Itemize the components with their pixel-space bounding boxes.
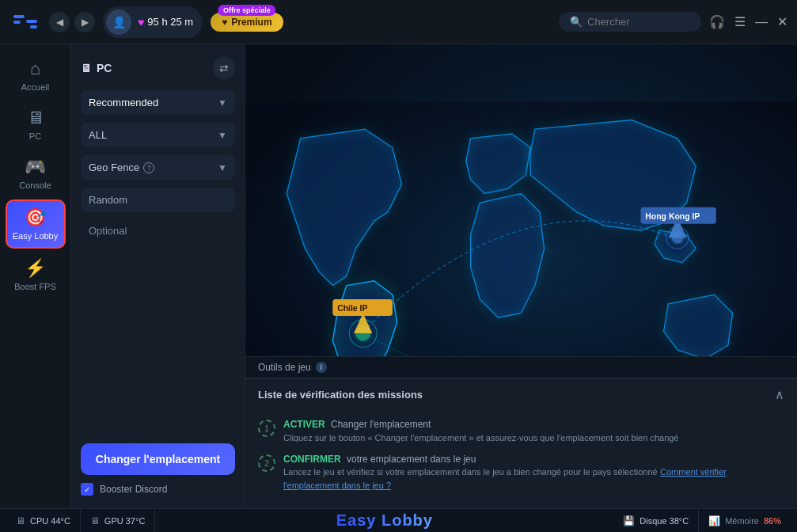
gpu-icon: 🖥: [90, 515, 100, 526]
svg-rect-1: [13, 21, 21, 24]
discord-booster-row: ✓ Booster Discord: [81, 483, 235, 496]
platform-label: PC: [97, 62, 112, 74]
header: ◀ ▶ 👤 ♥ 95 h 25 m Offre spéciale ♥ Premi…: [0, 0, 797, 44]
pc-icon: 🖥: [27, 108, 44, 128]
main-layout: ⌂ Accueil 🖥 PC 🎮 Console 🎯 Easy Lobby ⚡ …: [0, 44, 797, 508]
missions-panel: Liste de vérification des missions ∧ 1 A…: [245, 378, 797, 508]
sidebar-label-pc: PC: [29, 131, 41, 141]
panel-header: 🖥 PC ⇄: [81, 57, 235, 79]
sidebar-item-boost-fps[interactable]: ⚡ Boost FPS: [6, 252, 66, 298]
sidebar-label-accueil: Accueil: [21, 82, 49, 92]
all-label: ALL: [89, 129, 107, 141]
forward-button[interactable]: ▶: [74, 12, 95, 32]
sidebar-item-console[interactable]: 🎮 Console: [6, 150, 66, 196]
svg-rect-2: [26, 20, 37, 23]
mission-text-1: ACTIVER Changer l'emplacement Cliquez su…: [283, 418, 679, 445]
content-area: 🖥 PC ⇄ Recommended ▼ ALL ▼ Geo Fence ?: [71, 44, 797, 508]
sidebar-item-pc[interactable]: 🖥 PC: [6, 101, 66, 147]
discord-checkbox[interactable]: ✓: [81, 483, 93, 496]
close-icon[interactable]: ✕: [777, 14, 788, 29]
avatar: 👤: [106, 10, 131, 35]
mission-desc-1: Cliquez sur le bouton « Changer l'emplac…: [283, 433, 679, 443]
mission-action-1: ACTIVER: [283, 419, 325, 430]
search-input[interactable]: [587, 16, 690, 28]
heart-icon: ♥: [138, 16, 144, 28]
logo: [9, 6, 41, 38]
missions-title: Liste de vérification des missions: [258, 389, 423, 401]
support-icon[interactable]: 🎧: [709, 14, 725, 29]
mission-num-1: 1: [258, 420, 275, 437]
help-icon[interactable]: ?: [143, 162, 154, 173]
recommended-label: Recommended: [89, 97, 158, 108]
chevron-down-icon-geo: ▼: [218, 162, 227, 173]
filter-recommended[interactable]: Recommended ▼: [81, 90, 235, 115]
disk-segment: 💾 Disque 38°C: [613, 509, 699, 532]
panel-title: 🖥 PC: [81, 62, 112, 74]
home-icon: ⌂: [30, 59, 40, 79]
map-area: Chile IP Hong Kong IP Afficher l'heure r…: [245, 44, 797, 508]
missions-header: Liste de vérification des missions ∧: [245, 378, 797, 410]
search-box[interactable]: 🔍: [559, 12, 701, 32]
chevron-down-icon: ▼: [218, 97, 227, 108]
memory-percent: 86%: [764, 516, 781, 526]
console-icon: 🎮: [25, 157, 46, 177]
left-panel: 🖥 PC ⇄ Recommended ▼ ALL ▼ Geo Fence ?: [71, 44, 245, 508]
filter-all[interactable]: ALL ▼: [81, 123, 235, 147]
chevron-down-icon-all: ▼: [218, 130, 227, 141]
mission-action-2: CONFIRMER: [283, 454, 341, 465]
memory-segment: 📊 Mémoire 86%: [699, 509, 791, 532]
sidebar-item-easy-lobby[interactable]: 🎯 Easy Lobby: [6, 200, 66, 249]
filter-geo-fence[interactable]: Geo Fence ? ▼: [81, 155, 235, 180]
mission-main-text-2: votre emplacement dans le jeu: [347, 454, 476, 465]
search-icon: 🔍: [570, 16, 583, 28]
bottom-bar: 🖥 CPU 44°C 🖥 GPU 37°C Easy Lobby 💾 Disqu…: [0, 508, 797, 532]
platform-icon: 🖥: [81, 62, 92, 74]
svg-rect-3: [30, 25, 37, 28]
memory-icon: 📊: [708, 515, 720, 526]
mission-text-2: CONFIRMER votre emplacement dans le jeu …: [283, 453, 784, 492]
random-option[interactable]: Random: [81, 188, 235, 212]
premium-button[interactable]: Offre spéciale ♥ Premium: [211, 13, 283, 32]
easy-lobby-center-label: Easy Lobby: [336, 511, 433, 530]
svg-rect-0: [13, 15, 25, 18]
mission-num-2: 2: [258, 454, 275, 472]
hearts-time: ♥ 95 h 25 m: [138, 16, 193, 28]
mission-main-text-1: Changer l'emplacement: [331, 419, 431, 430]
back-button[interactable]: ◀: [49, 12, 70, 32]
mission-desc-2: Lancez le jeu et vérifiez si votre empla…: [283, 467, 658, 477]
mission-item-1: 1 ACTIVER Changer l'emplacement Cliquez …: [258, 418, 784, 445]
tools-bar: Outils de jeu ℹ: [245, 356, 797, 378]
bottom-overlay: Outils de jeu ℹ Liste de vérification de…: [245, 356, 797, 508]
svg-text:Chile IP: Chile IP: [337, 304, 367, 313]
menu-icon[interactable]: ☰: [734, 14, 746, 29]
premium-label: Premium: [231, 17, 271, 28]
disk-icon: 💾: [623, 515, 635, 526]
avatar-area[interactable]: 👤 ♥ 95 h 25 m: [103, 6, 203, 38]
sidebar-label-easy-lobby: Easy Lobby: [13, 231, 58, 241]
gpu-segment: 🖥 GPU 37°C: [81, 509, 155, 532]
time-display: 95 h 25 m: [147, 16, 193, 28]
missions-body: 1 ACTIVER Changer l'emplacement Cliquez …: [245, 410, 797, 508]
change-location-button[interactable]: Changer l'emplacement: [81, 443, 235, 475]
swap-button[interactable]: ⇄: [213, 57, 235, 79]
disk-label: Disque 38°C: [639, 516, 689, 526]
geo-fence-label: Geo Fence: [89, 162, 139, 173]
mission-item-2: 2 CONFIRMER votre emplacement dans le je…: [258, 453, 784, 492]
premium-heart-icon: ♥: [222, 17, 227, 28]
easy-lobby-icon: 🎯: [25, 207, 46, 228]
sidebar-item-accueil[interactable]: ⌂ Accueil: [6, 52, 66, 98]
optional-label: Optional: [81, 220, 235, 241]
boost-icon: ⚡: [25, 258, 46, 279]
discord-label: Booster Discord: [100, 484, 167, 495]
cpu-icon: 🖥: [16, 515, 25, 526]
tools-label: Outils de jeu: [258, 362, 311, 373]
sidebar: ⌂ Accueil 🖥 PC 🎮 Console 🎯 Easy Lobby ⚡ …: [0, 44, 71, 508]
collapse-button[interactable]: ∧: [775, 387, 784, 402]
sidebar-label-boost-fps: Boost FPS: [14, 282, 56, 291]
tools-info-icon[interactable]: ℹ: [316, 362, 327, 373]
memory-label: Mémoire: [725, 516, 759, 526]
sidebar-label-console: Console: [19, 180, 51, 190]
svg-text:Hong Kong IP: Hong Kong IP: [645, 212, 700, 221]
minimize-icon[interactable]: —: [755, 15, 768, 29]
gpu-label: GPU 37°C: [104, 516, 145, 526]
